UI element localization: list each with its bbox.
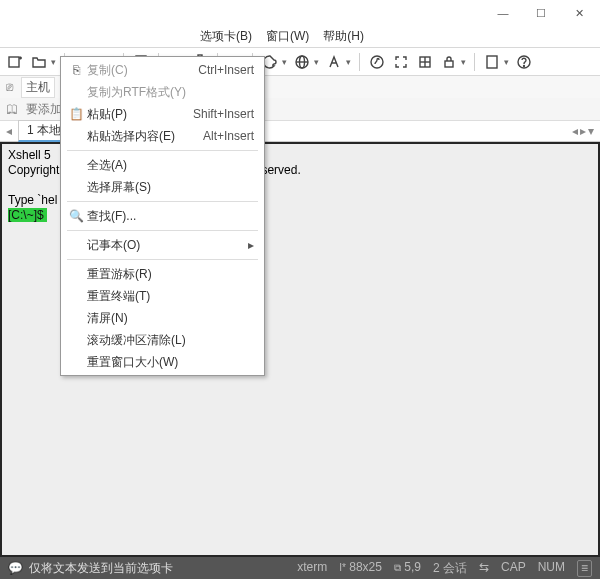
script-icon[interactable]	[483, 53, 501, 71]
svg-rect-0	[9, 57, 19, 67]
menu-select-all[interactable]: 全选(A)	[61, 154, 264, 176]
menubar: 选项卡(B) 窗口(W) 帮助(H)	[0, 26, 600, 48]
svg-rect-22	[445, 61, 453, 67]
tab-scroll-right-icon[interactable]: ▸	[580, 124, 586, 138]
menu-clear-scrollback[interactable]: 滚动缓冲区清除(L)	[61, 329, 264, 351]
status-termtype: xterm	[297, 560, 327, 577]
menu-clear-screen[interactable]: 清屏(N)	[61, 307, 264, 329]
separator	[67, 259, 258, 260]
status-toggle-arrows[interactable]: ⇆	[479, 560, 489, 577]
svg-point-18	[371, 56, 383, 68]
menu-paste[interactable]: 📋粘贴(P)Shift+Insert	[61, 103, 264, 125]
menu-notepad[interactable]: 记事本(O)▸	[61, 234, 264, 256]
separator	[474, 53, 475, 71]
close-button[interactable]: ✕	[560, 1, 598, 25]
separator	[67, 150, 258, 151]
maximize-button[interactable]: ☐	[522, 1, 560, 25]
prompt: [C:\~]$	[8, 208, 47, 222]
svg-rect-23	[487, 56, 497, 68]
menu-copy-rtf[interactable]: 复制为RTF格式(Y)	[61, 81, 264, 103]
status-grip-icon: ≡	[577, 560, 592, 577]
add-favorite[interactable]: 要添加	[26, 101, 62, 118]
menu-copy[interactable]: ⎘复制(C)Ctrl+Insert	[61, 59, 264, 81]
minimize-button[interactable]: —	[484, 1, 522, 25]
separator	[67, 230, 258, 231]
help-icon[interactable]	[515, 53, 533, 71]
menu-reset-cursor[interactable]: 重置游标(R)	[61, 263, 264, 285]
separator	[67, 201, 258, 202]
lock-icon[interactable]	[440, 53, 458, 71]
menu-reset-window-size[interactable]: 重置窗口大小(W)	[61, 351, 264, 373]
host-input[interactable]: 主机	[21, 77, 55, 98]
menu-reset-terminal[interactable]: 重置终端(T)	[61, 285, 264, 307]
menu-help[interactable]: 帮助(H)	[323, 28, 364, 45]
transparency-icon[interactable]	[416, 53, 434, 71]
titlebar: — ☐ ✕	[0, 0, 600, 26]
chevron-down-icon[interactable]: ▾	[282, 57, 287, 67]
chevron-down-icon[interactable]: ▾	[314, 57, 319, 67]
chevron-down-icon[interactable]: ▾	[346, 57, 351, 67]
chevron-down-icon[interactable]: ▾	[504, 57, 509, 67]
status-sessions: 2 会话	[433, 560, 467, 577]
new-session-icon[interactable]	[6, 53, 24, 71]
tab-scroll-left-icon[interactable]: ◂	[572, 124, 578, 138]
separator	[359, 53, 360, 71]
status-bar: 💬 仅将文本发送到当前选项卡 xterm I* 88x25 ⧉ 5,9 2 会话…	[0, 557, 600, 579]
chevron-down-icon[interactable]: ▾	[51, 57, 56, 67]
menu-paste-selection[interactable]: 粘贴选择内容(E)Alt+Insert	[61, 125, 264, 147]
fullscreen-icon[interactable]	[392, 53, 410, 71]
svg-point-25	[524, 65, 525, 66]
menu-window[interactable]: 窗口(W)	[266, 28, 309, 45]
chevron-down-icon[interactable]: ▾	[461, 57, 466, 67]
status-message: 仅将文本发送到当前选项卡	[29, 560, 173, 577]
context-menu: ⎘复制(C)Ctrl+Insert 复制为RTF格式(Y) 📋粘贴(P)Shif…	[60, 56, 265, 376]
menu-find[interactable]: 🔍查找(F)...	[61, 205, 264, 227]
status-cap: CAP	[501, 560, 526, 577]
status-cursor: ⧉ 5,9	[394, 560, 421, 577]
status-num: NUM	[538, 560, 565, 577]
status-size: I* 88x25	[339, 560, 382, 577]
menu-select-screen[interactable]: 选择屏幕(S)	[61, 176, 264, 198]
transfer-icon[interactable]	[368, 53, 386, 71]
tab-menu-icon[interactable]: ▾	[588, 124, 594, 138]
font-icon[interactable]	[325, 53, 343, 71]
menu-tabs[interactable]: 选项卡(B)	[200, 28, 252, 45]
encoding-icon[interactable]	[293, 53, 311, 71]
open-icon[interactable]	[30, 53, 48, 71]
